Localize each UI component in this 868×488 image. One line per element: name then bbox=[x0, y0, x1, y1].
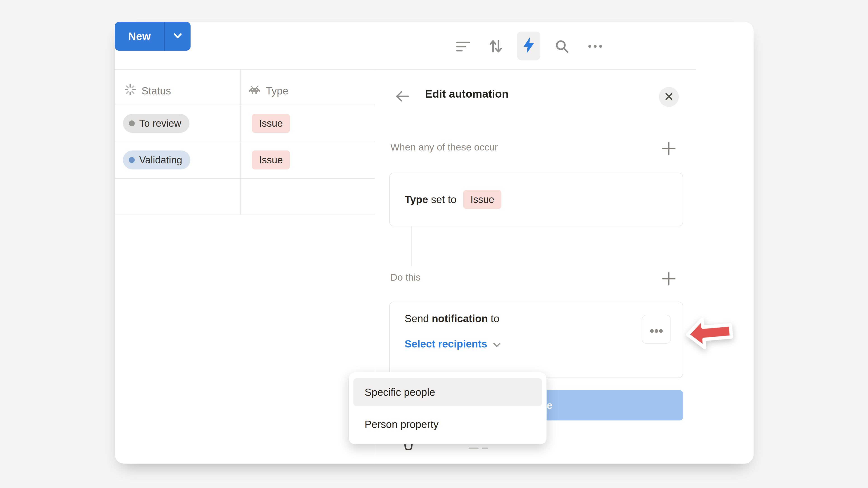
automations-button[interactable] bbox=[517, 32, 540, 60]
close-icon bbox=[665, 93, 673, 101]
status-dot-icon bbox=[129, 121, 135, 126]
type-tag: Issue bbox=[252, 151, 290, 169]
table-cell-status[interactable]: To review bbox=[123, 114, 189, 133]
new-button-label[interactable]: New bbox=[115, 22, 164, 51]
new-button[interactable]: New bbox=[115, 22, 191, 51]
select-recipients-label: Select recipients bbox=[405, 338, 487, 350]
action-text: Send notification to bbox=[405, 313, 668, 325]
ellipsis-icon bbox=[650, 323, 663, 335]
row-divider bbox=[115, 142, 375, 142]
panel-title: Edit automation bbox=[425, 88, 508, 100]
type-tag: Issue bbox=[252, 114, 290, 133]
screen: New bbox=[0, 0, 868, 488]
flow-connector-line bbox=[411, 226, 412, 266]
chevron-down-icon bbox=[173, 33, 182, 40]
row-divider bbox=[115, 178, 375, 179]
lightning-bolt-icon bbox=[522, 37, 535, 55]
magnifier-icon bbox=[555, 39, 569, 55]
table-cell-status[interactable]: Validating bbox=[123, 151, 190, 169]
status-label: To review bbox=[139, 118, 181, 129]
status-pill: To review bbox=[123, 114, 189, 133]
status-label: Validating bbox=[139, 154, 182, 166]
status-pill: Validating bbox=[123, 151, 190, 169]
trigger-value-tag: Issue bbox=[463, 190, 501, 209]
more-options-button[interactable] bbox=[586, 38, 604, 56]
add-trigger-button[interactable] bbox=[661, 141, 677, 157]
action-card[interactable]: Send notification to Select recipients bbox=[389, 302, 683, 378]
app-window: New bbox=[115, 22, 754, 464]
column-header-type[interactable]: Type bbox=[249, 77, 288, 104]
toolbar-divider bbox=[115, 69, 696, 70]
back-button[interactable] bbox=[395, 90, 410, 104]
action-section-label: Do this bbox=[391, 272, 421, 283]
row-divider bbox=[115, 215, 375, 215]
trigger-property: Type bbox=[405, 194, 428, 205]
recipients-dropdown-menu: Specific people Person property bbox=[349, 372, 547, 444]
filter-icon bbox=[456, 39, 470, 55]
filter-button[interactable] bbox=[454, 38, 472, 56]
dropdown-item-person-property[interactable]: Person property bbox=[353, 410, 542, 438]
hidden-text-fragment bbox=[482, 448, 488, 449]
red-annotation-arrow-icon bbox=[684, 314, 735, 353]
plus-icon bbox=[661, 141, 676, 157]
column-header-status[interactable]: Status bbox=[125, 77, 171, 104]
column-header-label: Status bbox=[142, 85, 171, 97]
chevron-down-icon bbox=[493, 338, 501, 350]
table-cell-type[interactable]: Issue bbox=[252, 151, 290, 169]
select-recipients-dropdown[interactable]: Select recipients bbox=[405, 338, 501, 350]
search-button[interactable] bbox=[553, 38, 571, 56]
add-action-button[interactable] bbox=[661, 271, 677, 287]
new-dropdown-button[interactable] bbox=[164, 22, 191, 51]
ellipsis-icon bbox=[588, 44, 602, 49]
back-arrow-icon bbox=[395, 100, 410, 103]
sort-arrows-icon bbox=[489, 39, 503, 55]
hidden-text-fragment bbox=[469, 448, 478, 449]
dropdown-item-specific-people[interactable]: Specific people bbox=[353, 378, 542, 406]
status-spinner-icon bbox=[125, 84, 135, 98]
trigger-operator: set to bbox=[431, 194, 457, 205]
bug-icon bbox=[249, 85, 260, 97]
sort-button[interactable] bbox=[487, 38, 505, 56]
action-more-button[interactable] bbox=[642, 315, 671, 344]
row-divider bbox=[115, 105, 375, 105]
table-cell-type[interactable]: Issue bbox=[252, 114, 290, 133]
trigger-card[interactable]: Type set to Issue bbox=[389, 173, 683, 226]
plus-icon bbox=[661, 271, 676, 287]
trigger-section-label: When any of these occur bbox=[391, 142, 498, 153]
close-button[interactable] bbox=[659, 87, 679, 107]
status-dot-icon bbox=[129, 157, 135, 163]
column-header-label: Type bbox=[266, 85, 288, 97]
